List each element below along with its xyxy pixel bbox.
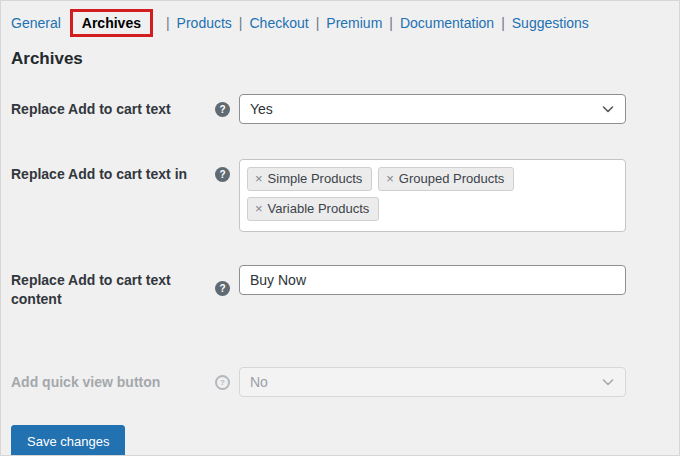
tab-general[interactable]: General xyxy=(11,15,61,31)
tab-separator: | xyxy=(501,15,505,31)
settings-page: General Archives | Products | Checkout |… xyxy=(0,0,680,456)
chevron-down-icon xyxy=(600,101,616,117)
tab-documentation[interactable]: Documentation xyxy=(400,15,494,31)
remove-tag-icon[interactable]: × xyxy=(255,201,263,216)
page-title: Archives xyxy=(11,49,669,69)
field-label: Add quick view button xyxy=(11,367,206,392)
tab-separator: | xyxy=(166,15,170,31)
replace-add-to-cart-text-select[interactable]: Yes xyxy=(239,94,626,124)
tab-archives[interactable]: Archives xyxy=(82,15,141,31)
form-actions: Save changes xyxy=(11,425,669,456)
help-icon[interactable]: ? xyxy=(215,102,230,117)
tab-products[interactable]: Products xyxy=(177,15,232,31)
tab-premium[interactable]: Premium xyxy=(326,15,382,31)
archives-tab-annotation-box: Archives xyxy=(70,9,153,37)
save-changes-button[interactable]: Save changes xyxy=(11,425,125,456)
remove-tag-icon[interactable]: × xyxy=(386,171,394,186)
tab-separator: | xyxy=(239,15,243,31)
tag-variable-products: × Variable Products xyxy=(247,197,379,221)
settings-form: Replace Add to cart text ? Yes Replace A… xyxy=(1,94,679,397)
cart-text-content-input[interactable] xyxy=(239,265,626,295)
tag-label: Grouped Products xyxy=(399,171,505,186)
field-label: Replace Add to cart text xyxy=(11,94,206,119)
tag-label: Simple Products xyxy=(268,171,363,186)
tab-separator: | xyxy=(316,15,320,31)
help-icon[interactable]: ? xyxy=(215,375,230,390)
tab-separator: | xyxy=(389,15,393,31)
tag-simple-products: × Simple Products xyxy=(247,167,372,191)
chevron-down-icon xyxy=(600,374,616,390)
form-row-replace-add-to-cart-text-content: Replace Add to cart text content ? xyxy=(11,265,669,309)
select-value: Yes xyxy=(250,101,273,117)
form-row-replace-add-to-cart-text-in: Replace Add to cart text in ? × Simple P… xyxy=(11,159,669,232)
tab-suggestions[interactable]: Suggestions xyxy=(512,15,589,31)
tab-checkout[interactable]: Checkout xyxy=(250,15,309,31)
form-row-replace-add-to-cart-text: Replace Add to cart text ? Yes xyxy=(11,94,669,124)
settings-tab-bar: General Archives | Products | Checkout |… xyxy=(1,1,679,37)
select-value: No xyxy=(250,374,268,390)
form-row-add-quick-view-button: Add quick view button ? No xyxy=(11,367,669,397)
field-label: Replace Add to cart text content xyxy=(11,265,206,309)
help-icon[interactable]: ? xyxy=(215,281,230,296)
tag-grouped-products: × Grouped Products xyxy=(378,167,514,191)
tag-label: Variable Products xyxy=(268,201,370,216)
add-quick-view-select: No xyxy=(239,367,626,397)
remove-tag-icon[interactable]: × xyxy=(255,171,263,186)
product-types-multiselect[interactable]: × Simple Products × Grouped Products × V… xyxy=(239,159,626,232)
field-label: Replace Add to cart text in xyxy=(11,159,206,184)
help-icon[interactable]: ? xyxy=(215,167,230,182)
